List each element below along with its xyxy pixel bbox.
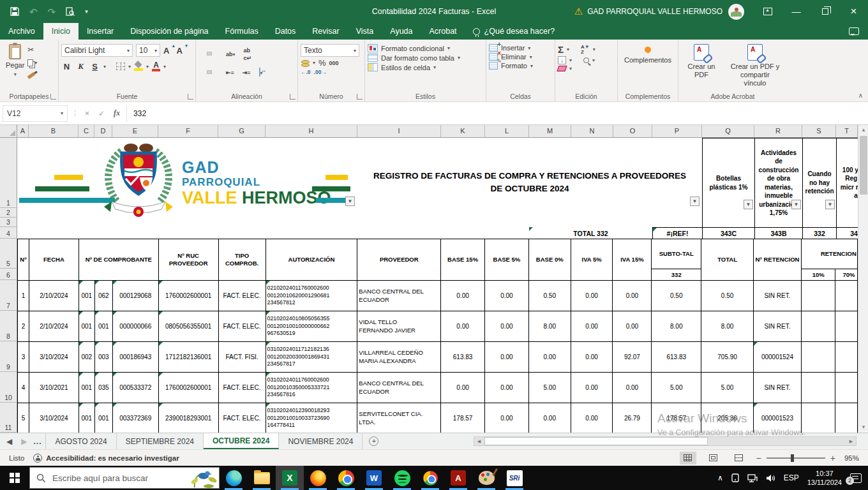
number-format-select[interactable]: Texto▾ — [301, 44, 359, 57]
header-subtotal-332[interactable]: 332 — [652, 269, 701, 281]
cells-area[interactable]: GAD PARROQUIAL VALLE HERMOSO ▼ REGISTRO … — [17, 138, 858, 433]
volume-icon[interactable] — [766, 474, 775, 482]
cell[interactable]: 000533372 — [112, 373, 158, 403]
taskbar-firefox-icon[interactable] — [304, 466, 332, 490]
cell[interactable] — [801, 311, 835, 342]
print-preview-icon[interactable] — [66, 7, 75, 16]
comma-style-button[interactable]: 000 — [329, 60, 339, 66]
taskbar-spotify-icon[interactable] — [388, 466, 416, 490]
align-top-button[interactable] — [198, 52, 204, 56]
row-header-3[interactable]: 3 — [0, 218, 17, 227]
paste-button[interactable]: Pegar ▾ — [3, 43, 27, 80]
cell[interactable]: SIN RET. — [753, 281, 801, 311]
currency-icon[interactable] — [301, 59, 310, 67]
cell[interactable]: 003372369 — [112, 403, 158, 433]
cell[interactable]: 0310202401171218213600120020030001869431… — [266, 342, 357, 373]
align-left-button[interactable] — [198, 70, 204, 74]
undo-icon[interactable]: ↶ — [29, 7, 38, 17]
tax-header-s[interactable]: Cuando no hay retención ▼ — [802, 138, 837, 228]
header-base5[interactable]: BASE 5% — [485, 239, 529, 281]
cell[interactable]: 0310202401239001829300120010010033723690… — [266, 403, 357, 433]
cell[interactable]: FACT. ELEC. — [218, 373, 266, 403]
vertical-scrollbar[interactable]: ▲ ▼ — [858, 125, 868, 433]
sheet-tab-octubre-2024[interactable]: OCTUBRE 2024 — [204, 433, 279, 449]
header-ruc[interactable]: Nº RUC PROVEEDOR — [158, 239, 218, 281]
row-header-4[interactable]: 4 — [0, 227, 17, 239]
row-header-7[interactable]: 7 — [0, 280, 17, 311]
ribbon-tab-acrobat[interactable]: Acrobat — [421, 23, 465, 40]
cell[interactable]: 0.00 — [571, 311, 613, 342]
page-layout-view-button[interactable] — [705, 452, 722, 464]
scroll-up-icon[interactable]: ▲ — [858, 125, 868, 135]
cell-styles-button[interactable]: Estilos de celda▾ — [368, 63, 483, 71]
font-name-select[interactable]: Calibri Light▾ — [61, 44, 133, 57]
cell[interactable]: 5 — [18, 403, 29, 433]
cell[interactable]: 5.00 — [528, 373, 571, 403]
cell[interactable]: FACT. ELEC. — [218, 403, 266, 433]
column-header-E[interactable]: E — [112, 125, 158, 138]
cell[interactable]: 001 — [94, 311, 112, 342]
horizontal-scroll-thumb[interactable] — [484, 437, 708, 445]
cell[interactable]: BANCO CENTRAL DELECUADOR — [357, 373, 441, 403]
header-total[interactable]: TOTAL — [701, 239, 754, 281]
cell[interactable] — [835, 373, 858, 403]
cell[interactable]: 2/10/2024 — [29, 311, 79, 342]
cell[interactable]: 92.07 — [613, 342, 652, 373]
cell[interactable]: 0.00 — [613, 373, 652, 403]
header-subtotal[interactable]: SUBTO-TAL — [652, 239, 701, 269]
horizontal-scrollbar[interactable]: ◀ ▶ — [474, 436, 857, 446]
cell[interactable]: 001 — [94, 403, 112, 433]
ribbon-tab-f-rmulas[interactable]: Fórmulas — [217, 23, 267, 40]
select-all-corner[interactable] — [0, 125, 17, 138]
cell[interactable]: 000001523 — [753, 403, 801, 433]
code-343b-cell[interactable]: 343B — [754, 227, 803, 239]
cell[interactable]: 1 — [18, 281, 29, 311]
cell[interactable]: 3/10/2021 — [29, 373, 79, 403]
enter-icon[interactable]: ✓ — [98, 109, 105, 118]
column-header-C[interactable]: C — [79, 125, 94, 138]
sheet-tab-noviembre-2024[interactable]: NOVIEMBRE 2024 — [279, 433, 363, 449]
zoom-slider[interactable] — [767, 457, 825, 459]
merge-center-button[interactable]: ▾ — [257, 66, 266, 78]
row-header-5[interactable]: 5 — [0, 239, 17, 269]
ribbon-tab-ayuda[interactable]: Ayuda — [382, 23, 421, 40]
scroll-down-icon[interactable]: ▼ — [858, 422, 868, 433]
logo-cell[interactable]: GAD PARROQUIAL VALLE HERMOSO ▼ — [17, 138, 357, 227]
account-name[interactable]: GAD PARROQUIAL VALLE HERMOSO — [587, 7, 722, 16]
tell-me-box[interactable]: ¿Qué desea hacer? — [465, 23, 563, 40]
row-header-6[interactable]: 6 — [0, 269, 17, 280]
restore-button[interactable] — [811, 0, 839, 23]
fill-color-icon[interactable] — [134, 62, 143, 71]
align-bottom-button[interactable] — [215, 52, 220, 56]
code-332-cell[interactable]: 332 — [802, 227, 837, 239]
ribbon-tab-archivo[interactable]: Archivo — [0, 23, 43, 40]
ribbon-tab-insertar[interactable]: Insertar — [79, 23, 122, 40]
align-center-button[interactable] — [207, 70, 212, 74]
percent-style-button[interactable]: % — [318, 58, 326, 68]
column-header-L[interactable]: L — [485, 125, 529, 138]
font-color-icon[interactable]: A — [152, 62, 160, 71]
next-sheet-icon[interactable]: ▶ — [21, 437, 27, 446]
taskbar-word-icon[interactable] — [360, 466, 388, 490]
sort-filter-button[interactable]: A▼Z — [581, 45, 590, 55]
accessibility-icon[interactable] — [33, 454, 42, 463]
cell[interactable]: 0.00 — [571, 281, 613, 311]
cell[interactable]: 0.00 — [441, 311, 485, 342]
taskbar-excel-icon[interactable] — [276, 466, 304, 490]
header-iva5[interactable]: IVA 5% — [571, 239, 613, 281]
cell[interactable]: 0.50 — [528, 281, 571, 311]
taskbar-paint-icon[interactable] — [472, 466, 500, 490]
cell[interactable]: 001 — [79, 403, 94, 433]
create-share-pdf-button[interactable]: Crear un PDF y compartir vínculo — [726, 43, 784, 89]
cell[interactable]: 0.00 — [571, 342, 613, 373]
ribbon-tab-datos[interactable]: Datos — [267, 23, 304, 40]
row-header-8[interactable]: 8 — [0, 311, 17, 341]
cell[interactable] — [801, 281, 835, 311]
cell[interactable]: 0.00 — [441, 373, 485, 403]
zoom-slider-thumb[interactable] — [791, 454, 794, 462]
row-header-11[interactable]: 11 — [0, 403, 17, 433]
dialog-launcher-icon[interactable] — [188, 94, 193, 100]
comments-icon[interactable] — [849, 27, 859, 35]
orientation-button[interactable]: ab▾ — [223, 48, 238, 59]
cell[interactable]: 0210202401080505635500120010010000000662… — [266, 311, 357, 342]
